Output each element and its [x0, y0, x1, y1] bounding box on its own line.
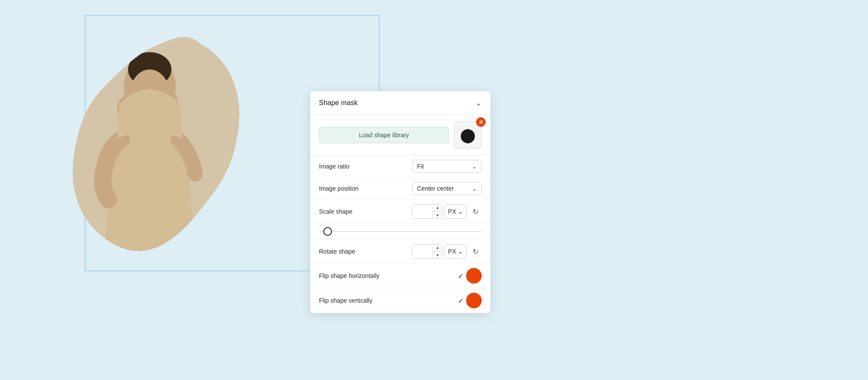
shape-mask-panel: Shape mask ⌄ Load shape library ⬤ ✕ Imag…	[310, 91, 490, 313]
rotate-shape-input[interactable]	[412, 248, 433, 255]
flip-vertical-check: ✓	[458, 297, 464, 305]
slider-row	[310, 224, 490, 240]
flip-horizontal-row: Flip shape horizontally ✓	[310, 264, 490, 288]
scale-shape-down-btn[interactable]: ▼	[433, 212, 442, 219]
flip-vertical-toggle[interactable]	[466, 293, 482, 308]
load-shape-library-button[interactable]: Load shape library	[319, 127, 449, 143]
rotate-shape-down-btn[interactable]: ▼	[433, 252, 442, 259]
scale-shape-row: Scale shape ▲ ▼ PX ⌄ ↻	[310, 200, 490, 224]
blob-image-container	[52, 17, 247, 261]
shape-preview-icon: ⬤	[460, 127, 476, 143]
scale-shape-controls: ▲ ▼ PX ⌄ ↻	[412, 204, 482, 219]
collapse-icon[interactable]: ⌄	[475, 98, 482, 108]
rotate-shape-controls: ▲ ▼ PX ⌄ ↻	[412, 244, 482, 259]
rotate-shape-unit-select[interactable]: PX ⌄	[444, 244, 467, 259]
remove-shape-button[interactable]: ✕	[476, 117, 486, 127]
slider-thumb[interactable]	[323, 227, 332, 236]
blob-shape	[52, 17, 247, 261]
rotate-shape-input-box: ▲ ▼	[412, 244, 442, 259]
scale-shape-reset-btn[interactable]: ↻	[469, 205, 482, 218]
image-position-label: Image position	[319, 185, 358, 192]
flip-vertical-row: Flip shape vertically ✓	[310, 288, 490, 313]
flip-horizontal-check: ✓	[458, 272, 464, 280]
flip-horizontal-toggle-group: ✓	[458, 268, 482, 284]
image-position-value: Center center	[417, 185, 454, 192]
image-position-select[interactable]: Center center ⌄	[412, 182, 482, 195]
rotate-shape-row: Rotate shape ▲ ▼ PX ⌄ ↻	[310, 240, 490, 264]
flip-horizontal-toggle[interactable]	[466, 268, 482, 284]
rotate-shape-unit: PX	[448, 248, 456, 255]
flip-vertical-label: Flip shape vertically	[319, 297, 372, 304]
rotate-shape-unit-chevron: ⌄	[458, 248, 463, 255]
panel-title: Shape mask	[319, 99, 358, 107]
scale-shape-label: Scale shape	[319, 208, 352, 215]
scale-shape-input-box: ▲ ▼	[412, 204, 442, 219]
image-ratio-label: Image ratio	[319, 163, 349, 170]
panel-header: Shape mask ⌄	[310, 91, 490, 115]
rotate-shape-label: Rotate shape	[319, 248, 355, 255]
scale-shape-up-btn[interactable]: ▲	[433, 204, 442, 212]
scale-shape-unit-select[interactable]: PX ⌄	[444, 204, 467, 219]
shape-preview-wrapper: ⬤ ✕	[454, 121, 482, 149]
scale-shape-unit-chevron: ⌄	[458, 208, 463, 215]
rotate-shape-spinners: ▲ ▼	[433, 244, 442, 259]
image-position-chevron: ⌄	[472, 185, 477, 192]
flip-horizontal-label: Flip shape horizontally	[319, 272, 379, 279]
image-ratio-row: Image ratio Fit ⌄	[310, 155, 490, 178]
scale-shape-unit: PX	[448, 208, 456, 215]
image-ratio-select[interactable]: Fit ⌄	[412, 160, 482, 173]
image-ratio-value: Fit	[417, 163, 424, 170]
slider-line	[319, 231, 482, 232]
slider-track[interactable]	[319, 227, 482, 236]
shape-library-row: Load shape library ⬤ ✕	[310, 115, 490, 155]
rotate-shape-reset-btn[interactable]: ↻	[469, 245, 482, 258]
flip-vertical-toggle-group: ✓	[458, 293, 482, 308]
image-ratio-chevron: ⌄	[472, 163, 477, 170]
rotate-shape-up-btn[interactable]: ▲	[433, 244, 442, 252]
image-position-row: Image position Center center ⌄	[310, 178, 490, 200]
scale-shape-input[interactable]	[412, 208, 433, 215]
scale-shape-spinners: ▲ ▼	[433, 204, 442, 219]
